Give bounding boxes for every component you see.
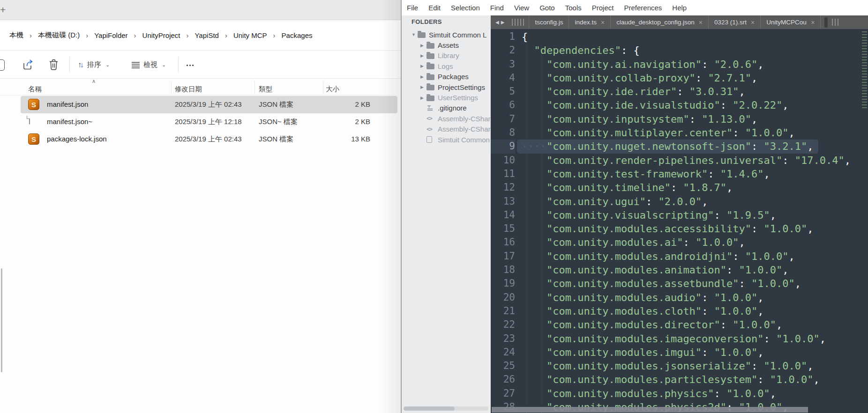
close-tab-icon[interactable]: × <box>751 19 755 26</box>
more-options-button[interactable]: … <box>186 51 195 79</box>
tree-collapsed-icon[interactable]: ▶ <box>420 74 427 79</box>
line-number: 21 <box>491 304 515 318</box>
breadcrumb-item-unity-mcp[interactable]: Unity MCP <box>231 30 270 41</box>
punctuation-token <box>522 278 546 289</box>
breadcrumb-item-yapifolder[interactable]: YapiFolder <box>91 30 130 41</box>
explorer-scrollbar[interactable] <box>1 268 2 372</box>
tab-label: 0323 (1).srt <box>714 19 747 26</box>
column-header-name[interactable]: 名稱 <box>28 85 42 94</box>
sort-button[interactable]: ↑↓ 排序 ⌄ <box>78 51 110 79</box>
file-explorer-window: + 本機›本機磁碟 (D:)›YapiFolder›UnityProject›Y… <box>0 0 401 413</box>
punctuation-token <box>522 223 546 235</box>
string-token: "com.unity.ai.navigation" <box>546 59 702 70</box>
menu-tools[interactable]: Tools <box>560 0 587 15</box>
punctuation-token <box>522 209 546 221</box>
tree-item-assembly-csharp[interactable]: <>Assembly-CSharp <box>402 124 491 134</box>
folders-header: FOLDERS <box>412 18 491 25</box>
editor-horizontal-scrollbar[interactable] <box>492 407 808 413</box>
string-token: "com.unity.modules.imgui" <box>546 347 702 358</box>
string-token: "dependencies" <box>534 44 621 56</box>
tab-nav-arrows[interactable]: ◀▶ <box>495 20 506 25</box>
line-number: 10 <box>491 154 515 167</box>
file-name: packages-lock.json <box>47 135 107 143</box>
back-icon[interactable]: ◀ <box>495 20 501 25</box>
tree-item-logs[interactable]: ▶Logs <box>402 61 491 71</box>
breadcrumb-item-yapistd[interactable]: YapiStd <box>192 30 221 41</box>
menu-help[interactable]: Help <box>667 0 692 15</box>
breadcrumb-item-packages[interactable]: Packages <box>279 30 315 41</box>
menu-selection[interactable]: Selection <box>446 0 485 15</box>
tree-collapsed-icon[interactable]: ▶ <box>420 64 427 68</box>
menu-preferences[interactable]: Preferences <box>619 0 667 15</box>
tree-collapsed-icon[interactable]: ▶ <box>420 96 427 100</box>
sort-ascending-icon: ∧ <box>92 78 96 84</box>
tab-tsconfig-js[interactable]: tsconfig.js <box>529 15 569 29</box>
menu-view[interactable]: View <box>509 0 534 15</box>
punctuation-token: , <box>782 264 788 276</box>
tree-item-assets[interactable]: ▶Assets <box>402 40 491 50</box>
new-tab-plus-icon[interactable]: + <box>0 4 9 15</box>
forward-icon[interactable]: ▶ <box>501 20 507 25</box>
minimap[interactable] <box>861 29 868 413</box>
column-header-type[interactable]: 類型 <box>259 85 272 94</box>
tab-unitymcpcourse-uni[interactable]: UnityMCPCourse\Uni× <box>761 15 821 29</box>
folder-icon <box>427 64 434 69</box>
code-line-12: 12 "com.unity.timeline": "1.8.7", <box>491 181 868 194</box>
close-tab-icon[interactable]: × <box>811 19 815 26</box>
code-file-icon: <> <box>427 126 434 133</box>
view-button[interactable]: 檢視 ⌄ <box>131 51 166 79</box>
breadcrumb-item-[interactable]: 本機 <box>7 29 26 42</box>
file-row-manifest-json[interactable]: Smanifest.json2025/3/19 上午 02:43JSON 檔案2… <box>21 96 397 113</box>
line-text: "com.unity.visualscripting": "1.9.5", <box>522 208 776 222</box>
delete-button[interactable] <box>48 51 60 79</box>
tab-index-ts[interactable]: index.ts× <box>569 15 611 29</box>
punctuation-token: , <box>789 127 795 139</box>
code-editor[interactable]: 1{2 "dependencies": {3 "com.unity.ai.nav… <box>491 29 868 413</box>
menu-goto[interactable]: Goto <box>534 0 560 15</box>
tree-item-usersettings[interactable]: ▶UserSettings <box>402 92 491 103</box>
breadcrumb-chevron-icon: › <box>225 31 227 39</box>
tab-claude-desktop-config-json[interactable]: claude_desktop_config.json× <box>611 15 709 29</box>
punctuation-token <box>522 113 546 125</box>
line-number: 9 <box>491 140 515 153</box>
string-token: "com.unity.test-framework" <box>546 168 708 180</box>
tree-item-packages[interactable]: ▶Packages <box>402 72 491 82</box>
code-line-11: 11 "com.unity.test-framework": "1.4.6", <box>491 167 868 181</box>
tree-item-library[interactable]: ▶Library <box>402 51 491 61</box>
tab-scroll-indicator[interactable] <box>824 17 828 28</box>
punctuation-token: : <box>757 374 770 385</box>
tree-collapsed-icon[interactable]: ▶ <box>420 85 427 89</box>
punctuation-token <box>522 388 546 399</box>
line-number: 26 <box>491 373 515 386</box>
tree-item-simtuit-common[interactable]: Simtuit Common <box>402 134 491 145</box>
tree-collapsed-icon[interactable]: ▶ <box>420 53 427 58</box>
file-row-manifest-json[interactable]: manifest.json~2025/3/19 上午 12:18JSON~ 檔案… <box>21 113 397 131</box>
share-button[interactable] <box>22 51 34 79</box>
sidebar-horizontal-scrollbar[interactable] <box>404 406 488 411</box>
menu-file[interactable]: File <box>402 0 423 15</box>
string-token: "com.unity.timeline" <box>546 182 671 193</box>
close-tab-icon[interactable]: × <box>699 19 703 26</box>
file-row-packages-lock-json[interactable]: Spackages-lock.json2025/3/19 上午 02:43JSO… <box>21 131 397 148</box>
breadcrumb-chevron-icon: › <box>86 31 88 39</box>
breadcrumb-item-unityproject[interactable]: UnityProject <box>140 30 183 41</box>
tree-item-projectsettings[interactable]: ▶ProjectSettings <box>402 82 491 92</box>
scrollbar-thumb[interactable] <box>404 406 455 411</box>
breadcrumb-item-d[interactable]: 本機磁碟 (D:) <box>35 29 82 42</box>
menu-find[interactable]: Find <box>485 0 509 15</box>
tree-item-assembly-csharp[interactable]: <>Assembly-CSharp <box>402 113 491 124</box>
tree-item-label: Assets <box>438 41 459 49</box>
tab-0323-1-srt[interactable]: 0323 (1).srt× <box>709 15 761 29</box>
menu-edit[interactable]: Edit <box>423 0 446 15</box>
tree-collapsed-icon[interactable]: ▶ <box>420 43 427 48</box>
tree-item-gitignore[interactable]: .gitignore <box>402 103 491 113</box>
column-header-date[interactable]: 修改日期 <box>175 85 202 94</box>
tree-expanded-icon[interactable]: ▼ <box>412 32 418 37</box>
column-header-size[interactable]: 大小 <box>326 85 339 94</box>
line-text: "com.unity.ai.navigation": "2.0.6", <box>522 58 764 71</box>
menu-project[interactable]: Project <box>587 0 619 15</box>
punctuation-token: : <box>720 319 733 331</box>
close-tab-icon[interactable]: × <box>601 19 605 26</box>
tree-item-simtuit-common-l[interactable]: ▼Simtuit Common L <box>402 30 491 40</box>
string-token: "com.unity.modules.ai" <box>546 236 683 248</box>
